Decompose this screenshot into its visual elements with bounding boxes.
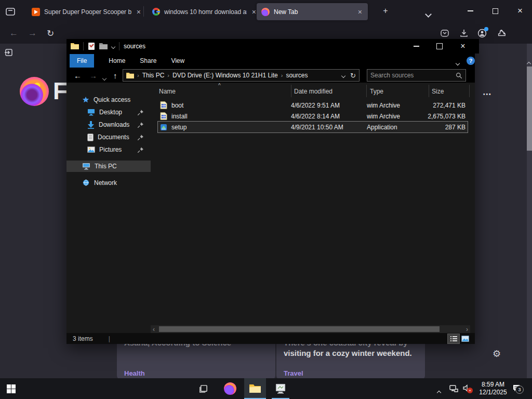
taskbar-setup-app-button[interactable] (270, 378, 291, 399)
column-header-name[interactable]: Name (159, 88, 176, 95)
ribbon-expand-icon[interactable] (456, 59, 459, 66)
recent-locations-icon[interactable] (103, 74, 106, 82)
list-all-tabs-icon[interactable] (426, 9, 431, 19)
firefox-icon (224, 382, 236, 395)
file-explorer-window: sources × File Home Share View ? ← → ↑ ›… (66, 39, 475, 344)
file-row-boot[interactable]: boot 4/6/2022 9:51 AM wim Archive 272,47… (158, 100, 468, 111)
card-topic[interactable]: Health (124, 369, 145, 377)
large-icons-view-button[interactable] (459, 334, 471, 343)
downloads-icon[interactable] (459, 29, 469, 38)
pocket-icon[interactable] (440, 29, 449, 38)
file-row-setup[interactable]: setup 4/9/2021 10:50 AM Application 287 … (158, 122, 468, 132)
sidebar-item-pictures[interactable]: Pictures (66, 144, 151, 155)
tab-title: Super Duper Pooper Scooper b (44, 8, 131, 16)
taskbar-explorer-button[interactable] (244, 378, 266, 399)
breadcrumb-drive[interactable]: DVD Drive (E:) Windows 10 21H1 Lite (172, 72, 278, 79)
tab-super-duper[interactable]: Super Duper Pooper Scooper b × (27, 3, 147, 20)
sidebar-item-downloads[interactable]: Downloads (66, 119, 151, 130)
tray-network-icon[interactable] (449, 384, 458, 393)
taskbar-firefox-button[interactable] (219, 378, 241, 399)
extensions-icon[interactable] (497, 29, 506, 38)
explorer-close-button[interactable]: × (455, 39, 471, 53)
file-row-install[interactable]: install 4/6/2022 8:14 AM wim Archive 2,6… (158, 111, 468, 122)
sidebar-item-network[interactable]: Network (66, 177, 151, 189)
browser-minimize-button[interactable] (462, 4, 478, 18)
column-divider[interactable] (366, 85, 367, 97)
sidebar-item-quick-access[interactable]: Quick access (66, 94, 151, 105)
sidebar-item-documents[interactable]: Documents (66, 131, 151, 143)
card-menu-icon[interactable]: ••• (483, 91, 492, 97)
taskbar-clock[interactable]: 8:59 AM 12/1/2025 (475, 381, 511, 396)
browser-forward-icon[interactable]: → (28, 28, 37, 38)
sidebar-toggle-icon[interactable] (4, 48, 14, 57)
properties-icon[interactable] (88, 42, 95, 50)
customize-toolbar-icon[interactable] (112, 43, 115, 50)
sidebar-label: Downloads (99, 121, 129, 128)
column-divider[interactable] (429, 85, 429, 97)
browser-back-icon[interactable]: ← (9, 28, 18, 38)
column-header-size[interactable]: Size (432, 88, 444, 95)
folder-icon (71, 43, 79, 50)
help-icon[interactable]: ? (467, 57, 475, 65)
new-folder-icon[interactable] (99, 43, 108, 50)
file-date: 4/9/2021 10:50 AM (291, 124, 367, 131)
pin-icon (138, 122, 143, 128)
breadcrumb[interactable]: › This PC › DVD Drive (E:) Windows 10 21… (123, 69, 360, 82)
tab-windows-download[interactable]: windows 10 homr download ar × (148, 3, 262, 20)
tray-expand-icon[interactable] (437, 387, 441, 396)
details-view-button[interactable] (448, 334, 459, 343)
tab-close-icon[interactable]: × (357, 8, 363, 16)
nav-up-icon[interactable]: ↑ (113, 71, 117, 80)
column-divider[interactable] (291, 85, 291, 97)
explorer-title-bar[interactable]: sources × (66, 39, 479, 54)
file-list: ^ Name Date modified Type Size boot 4/6/… (151, 83, 470, 325)
search-icon (456, 72, 462, 79)
scroll-left-icon[interactable]: ‹ (153, 326, 155, 333)
account-icon[interactable] (477, 29, 487, 38)
nav-back-icon[interactable]: ← (74, 71, 82, 80)
browser-reload-icon[interactable]: ↻ (47, 28, 54, 39)
nav-forward-icon[interactable]: → (89, 71, 97, 80)
task-view-button[interactable] (192, 378, 214, 399)
search-box[interactable] (367, 69, 466, 82)
menu-file[interactable]: File (70, 54, 94, 68)
menu-view[interactable]: View (164, 54, 192, 68)
sidebar-label: This PC (95, 163, 117, 170)
column-header-date[interactable]: Date modified (294, 88, 332, 95)
explorer-status-bar: 3 items | (66, 333, 475, 344)
start-button[interactable] (0, 378, 22, 399)
notification-center-icon[interactable]: 3 (512, 383, 521, 393)
new-tab-button[interactable]: + (380, 6, 391, 16)
personalize-gear-icon[interactable]: ⚙ (493, 348, 501, 360)
menu-share[interactable]: Share (132, 54, 164, 68)
horizontal-scrollbar-thumb[interactable] (159, 326, 440, 332)
menu-home[interactable]: Home (101, 54, 132, 68)
breadcrumb-this-pc[interactable]: This PC (142, 72, 165, 79)
explorer-maximize-button[interactable] (432, 39, 447, 53)
tab-favicon (32, 8, 40, 16)
address-dropdown-icon[interactable] (342, 72, 345, 79)
column-divider[interactable] (469, 85, 470, 97)
refresh-icon[interactable]: ↻ (350, 72, 356, 79)
explorer-minimize-button[interactable] (408, 39, 424, 53)
firefox-view-icon[interactable] (5, 6, 16, 17)
page-scrollbar-thumb[interactable] (527, 66, 532, 151)
tray-volume-muted-icon[interactable]: × (462, 384, 471, 392)
notification-count-badge: 3 (515, 385, 524, 394)
file-type: wim Archive (367, 113, 425, 120)
scroll-right-icon[interactable]: › (466, 326, 468, 333)
tab-new-tab[interactable]: New Tab × (257, 3, 368, 20)
file-type: Application (367, 124, 425, 131)
card-headline-line2: visiting for a cozy winter weekend. (284, 349, 412, 357)
breadcrumb-folder[interactable]: sources (286, 72, 308, 79)
column-header-type[interactable]: Type (370, 88, 383, 95)
card-topic[interactable]: Travel (284, 369, 303, 377)
sidebar-item-this-pc[interactable]: This PC (66, 161, 151, 172)
browser-restore-button[interactable] (487, 4, 503, 18)
browser-close-button[interactable]: × (512, 4, 528, 18)
search-input[interactable] (367, 72, 456, 79)
sort-ascending-icon[interactable]: ^ (218, 83, 221, 88)
horizontal-scrollbar[interactable]: ‹ › (151, 325, 470, 333)
tab-close-icon[interactable]: × (136, 8, 142, 16)
sidebar-item-desktop[interactable]: Desktop (66, 107, 151, 118)
